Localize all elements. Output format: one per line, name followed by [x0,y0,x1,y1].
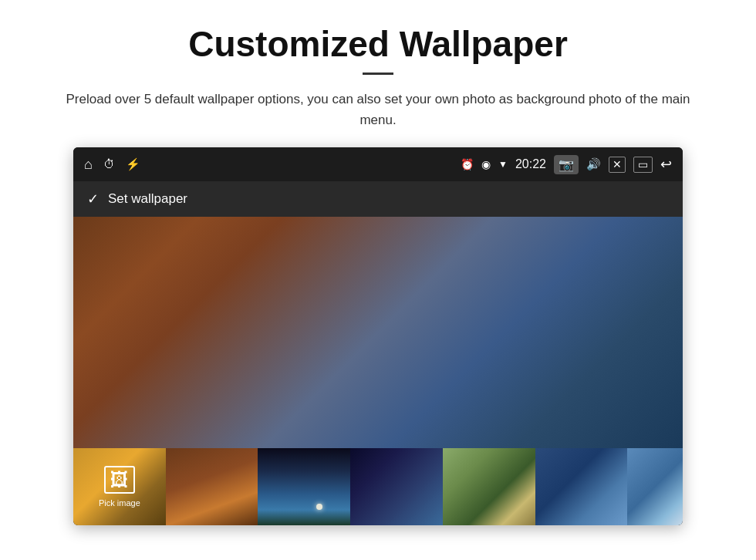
page-subtitle: Preload over 5 default wallpaper options… [62,89,694,130]
wallpaper-thumb-1[interactable] [166,448,258,525]
checkmark-icon: ✓ [87,191,99,207]
volume-icon[interactable]: 🔊 [586,157,601,171]
window-icon[interactable]: ▭ [633,157,653,173]
home-icon[interactable]: ⌂ [84,157,93,173]
alarm-icon: ⏰ [461,158,474,171]
wallpaper-thumb-4[interactable] [443,448,535,525]
pick-image-label: Pick image [99,498,140,508]
set-wallpaper-bar: ✓ Set wallpaper [73,181,683,217]
set-wallpaper-label: Set wallpaper [108,191,187,207]
wallpaper-thumb-5[interactable] [535,448,628,525]
device-frame: ⌂ ⏱ ⚡ ⏰ ◉ ▼ 20:22 📷 🔊 ✕ ▭ ↩ ✓ Set wallpa… [73,147,683,525]
wallpaper-thumb-6[interactable] [627,448,683,525]
wifi-icon: ▼ [498,159,508,170]
image-pick-icon: 🖼 [104,466,135,494]
close-icon[interactable]: ✕ [609,157,626,173]
timer-icon: ⏱ [103,158,115,171]
camera-button[interactable]: 📷 [554,155,579,174]
pick-image-thumb[interactable]: 🖼 Pick image [73,448,166,525]
status-bar: ⌂ ⏱ ⚡ ⏰ ◉ ▼ 20:22 📷 🔊 ✕ ▭ ↩ [73,147,683,181]
wallpaper-thumb-2[interactable] [258,448,350,525]
back-icon[interactable]: ↩ [660,156,672,173]
status-right-icons: ⏰ ◉ ▼ 20:22 📷 🔊 ✕ ▭ ↩ [461,155,672,174]
page-title: Customized Wallpaper [188,23,568,65]
status-time: 20:22 [515,157,546,171]
location-icon: ◉ [481,158,491,171]
wallpaper-thumb-3[interactable] [350,448,443,525]
wallpaper-preview [73,217,683,448]
status-left-icons: ⌂ ⏱ ⚡ [84,157,140,173]
thumbnail-strip: 🖼 Pick image [73,448,683,525]
title-divider [363,73,393,75]
usb-icon: ⚡ [126,157,140,171]
